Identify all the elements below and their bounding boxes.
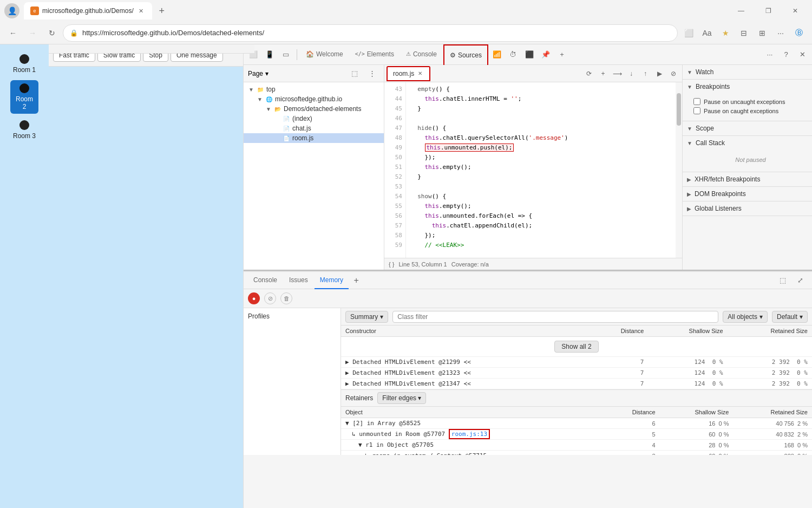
call-stack-section-header[interactable]: ▼ Call Stack (683, 136, 812, 150)
call-stack-section: ▼ Call Stack Not paused (683, 136, 812, 172)
tree-item-index[interactable]: 📄 (index) (244, 114, 384, 123)
tab-console[interactable]: ⚠ Console (401, 44, 442, 65)
deactivate-button[interactable]: ⊘ (667, 67, 680, 80)
step-into-button[interactable]: ↓ (625, 67, 638, 80)
tree-item-chatjs[interactable]: 📄 chat.js (244, 123, 384, 133)
global-section-header[interactable]: ▶ Global Listeners (683, 201, 812, 216)
retainer-row-4[interactable]: ↳ rooms in system / Context @57715 3 60 … (341, 451, 812, 455)
tree-item-domain[interactable]: ▼ 🌐 microsoftedge.github.io (244, 94, 384, 104)
editor-tab-roomjs[interactable]: room.js ✕ (387, 66, 430, 81)
summary-dropdown[interactable]: Summary ▾ (345, 311, 388, 323)
more-tools-button[interactable]: ··· (762, 47, 777, 62)
favorites-button[interactable]: ★ (717, 24, 734, 42)
table-row[interactable]: ▶ Detached HTMLDivElement @21323 ≺< 7 12… (341, 368, 812, 379)
address-bar[interactable]: 🔒 https://microsoftedge.github.io/Demos/… (63, 24, 678, 42)
pause-uncaught-checkbox[interactable] (693, 98, 700, 105)
objects-dropdown[interactable]: All objects ▾ (723, 311, 768, 323)
memory-table-scroll[interactable]: Constructor Distance Shallow Size Retain… (341, 325, 812, 455)
dom-section-header[interactable]: ▶ DOM Breakpoints (683, 187, 812, 201)
folder-icon: 📁 (257, 86, 264, 93)
table-row[interactable]: ▶ Detached HTMLDivElement @21299 ≺< 7 12… (341, 357, 812, 368)
clear-button[interactable]: 🗑 (280, 292, 292, 304)
status-bar: { } Line 53, Column 1 Coverage: n/a (384, 258, 682, 270)
collections-button[interactable]: ⊞ (754, 24, 771, 42)
reload-button[interactable]: ↻ (43, 24, 61, 42)
record-button[interactable]: ● (248, 292, 260, 304)
network-icon-btn[interactable]: 📶 (489, 47, 505, 62)
code-scrollbar-thumb[interactable] (677, 93, 681, 126)
tab-elements[interactable]: </> Elements (350, 44, 400, 65)
retainer-row-1[interactable]: ▼ [2] in Array @58525 6 16 0 % 40 756 2 … (341, 418, 812, 429)
pause-caught-checkbox[interactable] (693, 107, 700, 114)
device-emulation-button[interactable]: 📱 (262, 47, 277, 62)
settings-button[interactable]: ··· (772, 24, 789, 42)
tree-item-top[interactable]: ▼ 📁 top (244, 84, 384, 94)
expand-button[interactable]: ⤢ (793, 273, 808, 288)
code-scrollbar[interactable] (676, 82, 682, 258)
retainer-dist-3: 4 (605, 440, 659, 451)
pause-uncaught-item[interactable]: Pause on uncaught exceptions (693, 98, 808, 105)
back-button[interactable]: ← (4, 24, 22, 42)
roomjs-link[interactable]: room.js:13 (449, 429, 490, 439)
retainer-row-2[interactable]: ↳ unmounted in Room @57707 room.js:13 5 … (341, 429, 812, 440)
room-1-item[interactable]: Room 1 (11, 54, 37, 74)
watch-section-header[interactable]: ▼ Watch (683, 65, 812, 79)
tree-label-index: (index) (292, 115, 312, 122)
tab-close-button[interactable]: ✕ (137, 6, 146, 15)
profile-icon[interactable]: 👤 (4, 3, 19, 18)
restore-button[interactable]: ❐ (756, 2, 781, 19)
filter-edges-button[interactable]: Filter edges ▾ (377, 392, 426, 404)
tree-item-roomjs[interactable]: 📄 room.js (244, 133, 384, 143)
editor-tab-close[interactable]: ✕ (416, 70, 424, 77)
tab-memory-bottom[interactable]: Memory (315, 272, 349, 289)
minimize-button[interactable]: — (729, 2, 754, 19)
scope-arrow: ▼ (687, 126, 692, 132)
browser-tab[interactable]: e microsoftedge.github.io/Demos/ ✕ (24, 2, 152, 19)
tab-console-bottom[interactable]: Console (248, 272, 283, 289)
xhr-section-header[interactable]: ▶ XHR/fetch Breakpoints (683, 172, 812, 186)
filetree-more-button[interactable]: ⋮ (364, 66, 379, 81)
tab-issues-bottom[interactable]: Issues (284, 272, 313, 289)
undock-button[interactable]: ⬚ (775, 273, 790, 288)
close-devtools-button[interactable]: ✕ (795, 47, 810, 62)
add-panel-button[interactable]: + (350, 274, 363, 287)
reading-view-button[interactable]: Aa (698, 24, 716, 42)
table-row[interactable]: ▶ Detached HTMLDivElement @21347 ≺< 7 12… (341, 379, 812, 389)
drawer-button[interactable]: ▭ (278, 47, 293, 62)
tab-search-button[interactable]: ⬜ (680, 24, 697, 42)
resume-button[interactable]: ▶ (653, 67, 666, 80)
sidebar-toggle-button[interactable]: ⬚ (347, 66, 362, 81)
scope-section-header[interactable]: ▼ Scope (683, 121, 812, 135)
tree-label-chatjs: chat.js (292, 125, 311, 132)
new-tab-button[interactable]: + (154, 3, 169, 18)
performance-icon-btn[interactable]: ⏱ (506, 47, 521, 62)
scope-section: ▼ Scope (683, 121, 812, 136)
retainer-row-3[interactable]: ▼ r1 in Object @57705 4 28 0 % 168 0 % (341, 440, 812, 451)
stop-button[interactable]: ⊘ (264, 292, 276, 304)
tree-item-folder[interactable]: ▼ 📂 Demos/detached-elements (244, 104, 384, 114)
show-all-button[interactable]: Show all 2 (554, 341, 598, 353)
split-view-button[interactable]: ⊟ (735, 24, 752, 42)
js-file-icon-chat: 📄 (283, 125, 290, 132)
code-content[interactable]: empty() { this.chatEl.innerHTML = ''; } … (406, 82, 676, 258)
tab-welcome[interactable]: 🏠 Welcome (300, 44, 349, 65)
default-dropdown[interactable]: Default ▾ (772, 311, 808, 323)
application-icon-btn[interactable]: ⬛ (522, 47, 537, 62)
tab-sources[interactable]: ⚙ Sources (443, 44, 488, 65)
room-2-item[interactable]: Room 2 (10, 80, 38, 114)
pause-caught-item[interactable]: Pause on caught exceptions (693, 107, 808, 114)
forward-button[interactable]: → (24, 24, 41, 42)
new-source-button[interactable]: + (597, 67, 610, 80)
security-icon-btn[interactable]: 📌 (538, 47, 553, 62)
help-button[interactable]: ? (778, 47, 794, 62)
braces-button[interactable]: { } (389, 261, 394, 268)
close-button[interactable]: ✕ (783, 2, 808, 19)
step-over-button[interactable]: ⟶ (611, 67, 624, 80)
add-tab-button[interactable]: + (554, 47, 569, 62)
step-out-button[interactable]: ↑ (639, 67, 652, 80)
room-3-item[interactable]: Room 3 (11, 120, 37, 140)
class-filter-input[interactable] (392, 311, 718, 323)
breakpoints-section-header[interactable]: ▼ Breakpoints (683, 80, 812, 94)
sync-button[interactable]: ⟳ (582, 67, 595, 80)
bing-button[interactable]: Ⓑ (790, 24, 808, 42)
